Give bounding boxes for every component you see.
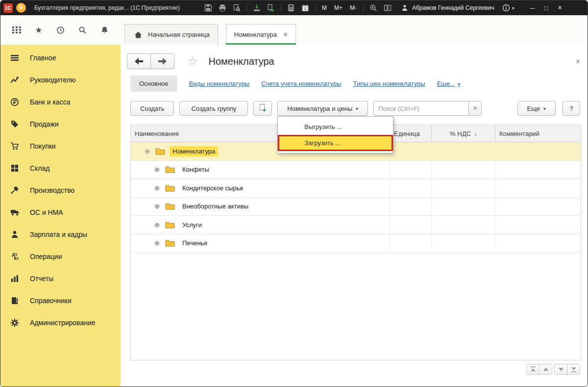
folder-icon <box>165 203 175 210</box>
titlebar-separator <box>315 4 316 12</box>
hammer-icon <box>7 186 22 195</box>
page-close-button[interactable] <box>576 56 580 67</box>
split-panels-icon[interactable] <box>383 3 392 12</box>
expand-icon[interactable] <box>154 166 161 173</box>
link-more[interactable]: Еще... <box>437 80 460 87</box>
memory-m-minus-button[interactable]: M- <box>349 4 358 11</box>
column-unit[interactable]: Единица <box>390 125 431 142</box>
sidebar-item-administration[interactable]: Администрирование <box>0 311 121 334</box>
scroll-bottom-button[interactable] <box>567 364 580 375</box>
print-icon[interactable] <box>218 3 227 12</box>
tab-nomenclatura[interactable]: Номенклатура <box>226 24 296 45</box>
calculator-icon[interactable] <box>287 3 295 12</box>
nomenclature-prices-button[interactable]: Номенклатура и цены <box>277 101 368 116</box>
search-clear-button[interactable] <box>468 101 482 116</box>
tab-home[interactable]: Начальная страница <box>124 24 218 45</box>
tab-osnovnoe[interactable]: Основное <box>130 76 177 92</box>
folder-icon <box>165 239 175 247</box>
export-file-icon[interactable] <box>267 3 275 12</box>
table-row[interactable]: Печенье <box>131 234 581 253</box>
collapse-icon[interactable] <box>145 148 151 155</box>
column-vat[interactable]: % НДС <box>431 125 495 142</box>
copy-add-button[interactable] <box>253 101 272 116</box>
titlebar-separator <box>363 4 364 12</box>
import-file-icon[interactable] <box>252 3 261 12</box>
sidebar-item-purchases[interactable]: Покупки <box>0 135 121 157</box>
search-icon[interactable] <box>77 25 88 35</box>
save-icon[interactable] <box>204 3 213 12</box>
minimize-button[interactable] <box>527 2 539 13</box>
more-button[interactable]: Еще <box>517 101 556 116</box>
folder-icon <box>165 166 175 173</box>
favorite-star-icon[interactable] <box>187 55 198 67</box>
table-row[interactable]: Внеоборотные активы <box>131 198 581 216</box>
link-scheta-ucheta[interactable]: Счета учета номенклатуры <box>261 80 341 87</box>
tab-label: Номенклатура <box>234 31 277 38</box>
cart-icon <box>7 142 22 151</box>
sidebar-item-bank[interactable]: Банк и касса <box>0 91 121 113</box>
folder-icon <box>155 148 165 155</box>
ruble-icon <box>7 98 22 106</box>
boxes-icon <box>7 164 22 173</box>
chevron-down-icon <box>356 106 358 111</box>
sidebar-item-warehouse[interactable]: Склад <box>0 157 121 179</box>
expand-icon[interactable] <box>154 185 161 191</box>
menu-icon <box>7 53 22 62</box>
folder-icon <box>165 221 175 229</box>
forward-button[interactable] <box>150 53 174 69</box>
section-tabs: Основное Виды номенклатуры Счета учета н… <box>130 76 580 92</box>
history-icon[interactable] <box>55 25 66 35</box>
sidebar-item-manager[interactable]: Руководителю <box>0 69 121 91</box>
sidebar-item-directories[interactable]: Справочники <box>0 289 121 311</box>
favorites-star-icon[interactable] <box>33 25 44 35</box>
calendar-icon[interactable]: 31 <box>301 3 310 12</box>
info-menu[interactable] <box>502 3 514 12</box>
create-group-button[interactable]: Создать группу <box>179 101 248 116</box>
open-tabs: Начальная страница Номенклатура <box>121 24 296 45</box>
back-button[interactable] <box>127 53 151 69</box>
expand-icon[interactable] <box>154 222 161 228</box>
notifications-bell-icon[interactable] <box>99 25 110 35</box>
table-row[interactable]: Кондитерское сырье <box>131 179 581 198</box>
create-button[interactable]: Создать <box>130 101 174 116</box>
scroll-top-button[interactable] <box>526 364 539 375</box>
column-comment[interactable]: Комментарий <box>495 125 581 142</box>
sidebar-item-production[interactable]: Производство <box>0 179 121 201</box>
sidebar-item-reports[interactable]: Отчеты <box>0 267 121 289</box>
price-tag-icon <box>7 120 22 129</box>
apps-menu-icon[interactable] <box>11 25 22 35</box>
table-row[interactable]: Конфеты <box>131 161 581 180</box>
sidebar-item-operations[interactable]: ДтКт Операции <box>0 245 121 267</box>
menu-item-zagruzit[interactable]: Загрузить ... <box>278 135 393 151</box>
maximize-button[interactable] <box>540 2 552 13</box>
scroll-pager <box>121 364 580 375</box>
main-menu-button[interactable] <box>16 3 26 13</box>
menu-item-vygruzit[interactable]: Выгрузить ... <box>278 119 393 135</box>
expand-icon[interactable] <box>154 203 161 209</box>
search-input[interactable] <box>373 101 469 116</box>
row-label: Печенье <box>179 238 210 248</box>
app-window: 1С Бухгалтерия предприятия, редак... (1С… <box>0 0 588 387</box>
help-button[interactable]: ? <box>563 101 580 116</box>
sidebar-item-sales[interactable]: Продажи <box>0 113 121 135</box>
sidebar-item-main[interactable]: Главное <box>0 47 121 69</box>
memory-m-button[interactable]: M <box>321 4 328 11</box>
tab-close-icon[interactable] <box>283 30 288 39</box>
expand-icon[interactable] <box>154 240 161 246</box>
user-menu[interactable]: Абрамов Геннадий Сергеевич <box>400 3 494 12</box>
scroll-down-button[interactable] <box>554 364 567 375</box>
svg-text:31: 31 <box>303 7 307 10</box>
table-row[interactable]: Услуги <box>131 216 581 234</box>
table-empty-area <box>131 253 581 360</box>
sidebar-item-fixed-assets[interactable]: ОС и НМА <box>0 201 121 223</box>
print-preview-icon[interactable] <box>232 3 241 12</box>
scroll-up-button[interactable] <box>539 364 552 375</box>
memory-m-plus-button[interactable]: M+ <box>333 4 343 11</box>
close-button[interactable] <box>554 2 566 13</box>
link-tipy-cen[interactable]: Типы цен номенклатуры <box>353 80 425 87</box>
titlebar: 1С Бухгалтерия предприятия, редак... (1С… <box>0 0 588 15</box>
link-vidy-nomenklatury[interactable]: Виды номенклатуры <box>189 80 250 87</box>
sidebar-item-salary[interactable]: Зарплата и кадры <box>0 223 121 245</box>
window-title: Бухгалтерия предприятия, редак... (1С:Пр… <box>34 4 180 11</box>
zoom-icon[interactable] <box>369 3 378 12</box>
